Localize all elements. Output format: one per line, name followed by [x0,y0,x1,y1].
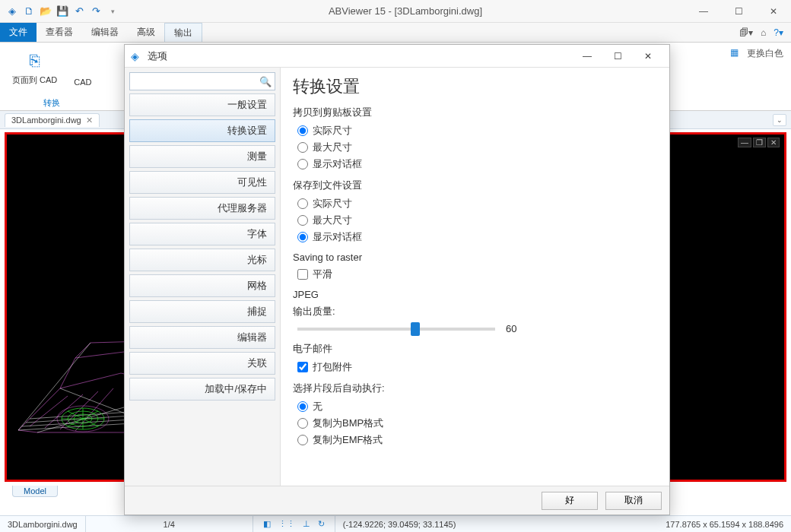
cad-button[interactable]: CAD [69,46,96,90]
jpeg-quality-slider[interactable] [297,328,495,331]
cad-label: CAD [74,78,91,87]
savefile-radio-actual[interactable] [297,198,308,209]
email-pack-option[interactable]: 打包附件 [297,360,657,374]
status-dims-text: 177.8765 x 65.1594 x 188.8496 [666,520,783,529]
save-icon[interactable]: 💾 [56,5,68,17]
status-page-text: 1/4 [164,520,175,529]
open-icon[interactable]: 📂 [40,5,52,17]
status-coords: (-124.9226; 39.0459; 33.1145) [335,516,464,532]
clipboard-radio-dialog[interactable] [297,159,308,169]
afterselect-radio-emf[interactable] [297,435,308,445]
canvas-max-icon[interactable]: ❐ [753,138,766,147]
ribbon-group-convert: ⎘ 页面到 CAD CAD 转换 [0,43,104,110]
email-pack-label: 打包附件 [313,360,352,374]
status-icon-3[interactable]: ⊥ [303,519,310,529]
afterselect-radio-none[interactable] [297,401,308,412]
raster-smooth-checkbox[interactable] [297,269,308,280]
jpeg-heading: JPEG [293,289,657,300]
close-button[interactable]: ✕ [756,0,791,23]
model-tab[interactable]: Model [12,486,58,497]
category-grid[interactable]: 网格 [129,274,275,297]
canvas-window-controls: — ❐ ✕ [738,138,780,147]
savefile-option-max[interactable]: 最大尺寸 [297,214,657,227]
afterselect-option-emf[interactable]: 复制为EMF格式 [297,433,657,447]
maximize-button[interactable]: ☐ [721,0,756,23]
category-snap[interactable]: 捕捉 [129,300,275,323]
document-tab-dropdown[interactable]: ⌄ [773,114,786,126]
redo-icon[interactable]: ↷ [90,5,102,17]
afterselect-option-bmp[interactable]: 复制为BMP格式 [297,416,657,430]
category-proxy[interactable]: 代理服务器 [129,197,275,220]
tab-file[interactable]: 文件 [0,23,37,42]
category-assoc[interactable]: 关联 [129,352,275,375]
options-dialog: ◈ 选项 — ☐ ✕ 🔍 一般设置 转换设置 测量 可见性 代理服务器 字体 光… [124,44,670,515]
afterselect-option-none[interactable]: 无 [297,400,657,413]
replace-white-label[interactable]: 更换白色 [747,47,783,60]
status-icon-4[interactable]: ↻ [318,519,325,529]
afterselect-label-emf: 复制为EMF格式 [313,433,383,447]
help-icon[interactable]: ?▾ [774,27,783,38]
category-convert[interactable]: 转换设置 [129,119,275,142]
search-icon[interactable]: 🔍 [259,76,272,87]
savefile-radio-dialog[interactable] [297,232,308,242]
clipboard-label-max: 最大尺寸 [313,141,352,154]
undo-icon[interactable]: ↶ [73,5,85,17]
status-coords-text: (-124.9226; 39.0459; 33.1145) [343,520,456,529]
canvas-close-icon[interactable]: ✕ [767,138,780,147]
convert-group-label: 转换 [43,97,60,109]
clipboard-label-dialog: 显示对话框 [313,157,362,171]
canvas-min-icon[interactable]: — [738,138,751,147]
dialog-minimize-button[interactable]: — [572,46,602,67]
tab-editor[interactable]: 编辑器 [82,23,128,42]
category-general[interactable]: 一般设置 [129,93,275,116]
category-cursor[interactable]: 光标 [129,249,275,271]
savefile-option-dialog[interactable]: 显示对话框 [297,230,657,244]
document-tab[interactable]: 3DLamborgini.dwg ✕ [5,113,100,127]
qat-more-icon[interactable]: ▾ [106,5,119,17]
status-icon-2[interactable]: ⋮⋮ [278,519,295,529]
replace-white-icon: ▦ [730,47,742,59]
status-icon-1[interactable]: ◧ [263,519,271,529]
clipboard-label-actual: 实际尺寸 [313,124,352,138]
dialog-maximize-button[interactable]: ☐ [602,46,633,67]
tab-advanced[interactable]: 高级 [128,23,164,42]
doc-dropdown-icon[interactable]: 🗐▾ [739,27,753,38]
savefile-label-actual: 实际尺寸 [313,197,352,211]
clipboard-option-dialog[interactable]: 显示对话框 [297,157,657,171]
dialog-search-input[interactable] [133,76,259,87]
dialog-window-controls: — ☐ ✕ [572,46,663,67]
page-to-cad-label: 页面到 CAD [12,74,57,86]
email-pack-checkbox[interactable] [297,362,308,372]
clipboard-radio-max[interactable] [297,142,308,153]
ribbon-right-strip: ▦ 更换白色 [723,43,791,110]
savefile-option-actual[interactable]: 实际尺寸 [297,197,657,211]
page-title: 转换设置 [293,75,657,98]
dialog-body: 🔍 一般设置 转换设置 测量 可见性 代理服务器 字体 光标 网格 捕捉 编辑器… [125,68,669,486]
home-icon[interactable]: ⌂ [761,27,766,38]
clipboard-option-actual[interactable]: 实际尺寸 [297,124,657,138]
ok-button[interactable]: 好 [542,492,598,510]
afterselect-heading: 选择片段后自动执行: [293,382,657,395]
dialog-close-button[interactable]: ✕ [633,46,663,67]
category-measure[interactable]: 测量 [129,145,275,168]
document-tab-close-icon[interactable]: ✕ [86,116,93,125]
dialog-search[interactable]: 🔍 [129,72,275,90]
raster-smooth-option[interactable]: 平滑 [297,268,657,281]
clipboard-radio-actual[interactable] [297,125,308,136]
cancel-button[interactable]: 取消 [605,492,662,510]
raster-heading: Saving to raster [293,252,657,263]
page-to-cad-button[interactable]: ⎘ 页面到 CAD [8,46,62,90]
clipboard-option-max[interactable]: 最大尺寸 [297,141,657,154]
tab-viewer[interactable]: 查看器 [37,23,82,42]
category-font[interactable]: 字体 [129,223,275,245]
raster-smooth-label: 平滑 [313,268,332,281]
new-icon[interactable]: 🗋 [23,5,35,17]
category-loadsave[interactable]: 加载中/保存中 [129,378,275,401]
category-visibility[interactable]: 可见性 [129,171,275,194]
afterselect-radio-bmp[interactable] [297,418,308,429]
minimize-button[interactable]: — [686,0,721,23]
savefile-radio-max[interactable] [297,215,308,226]
category-editor[interactable]: 编辑器 [129,326,275,349]
tab-output[interactable]: 输出 [164,23,202,42]
page-to-cad-icon: ⎘ [23,49,47,73]
